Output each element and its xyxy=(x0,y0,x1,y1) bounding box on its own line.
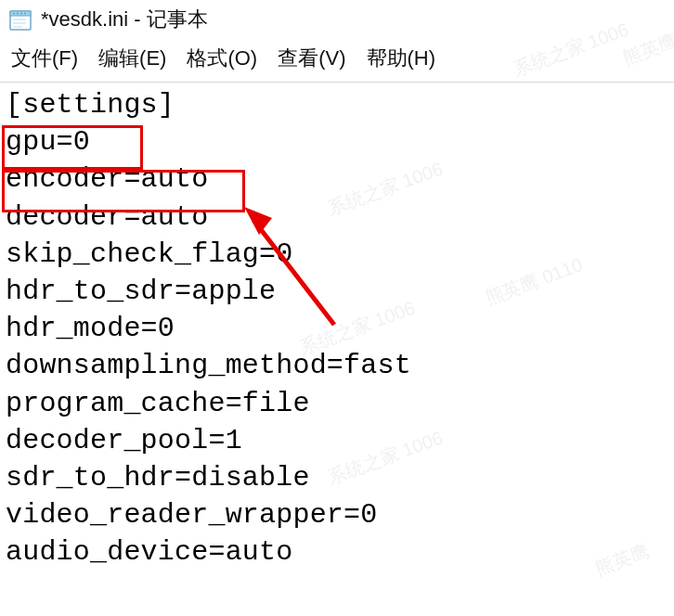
line: decoder=auto xyxy=(6,199,668,236)
svg-point-3 xyxy=(17,13,19,15)
line: [settings] xyxy=(6,86,668,123)
svg-point-2 xyxy=(13,13,15,15)
svg-point-4 xyxy=(20,13,22,15)
menubar: 文件(F) 编辑(E) 格式(O) 查看(V) 帮助(H) xyxy=(0,37,674,83)
notepad-icon xyxy=(7,6,33,32)
window-titlebar: *vesdk.ini - 记事本 xyxy=(0,0,674,37)
line: video_reader_wrapper=0 xyxy=(6,496,668,533)
line: gpu=0 xyxy=(6,123,668,160)
menu-format[interactable]: 格式(O) xyxy=(187,45,257,72)
line: sdr_to_hdr=disable xyxy=(6,459,668,496)
line: hdr_mode=0 xyxy=(6,310,668,347)
svg-point-5 xyxy=(24,13,26,15)
line: downsampling_method=fast xyxy=(6,347,668,384)
menu-file[interactable]: 文件(F) xyxy=(11,45,78,72)
menu-view[interactable]: 查看(V) xyxy=(278,45,345,72)
line: skip_check_flag=0 xyxy=(6,236,668,273)
text-content[interactable]: [settings] gpu=0 encoder=auto decoder=au… xyxy=(0,83,674,574)
menu-help[interactable]: 帮助(H) xyxy=(367,45,436,72)
line: hdr_to_sdr=apple xyxy=(6,273,668,310)
window-title: *vesdk.ini - 记事本 xyxy=(41,6,208,33)
line: audio_device=auto xyxy=(6,533,668,571)
line: encoder=auto xyxy=(6,160,668,198)
line: program_cache=file xyxy=(6,385,668,422)
line: decoder_pool=1 xyxy=(6,422,668,459)
menu-edit[interactable]: 编辑(E) xyxy=(98,45,166,72)
